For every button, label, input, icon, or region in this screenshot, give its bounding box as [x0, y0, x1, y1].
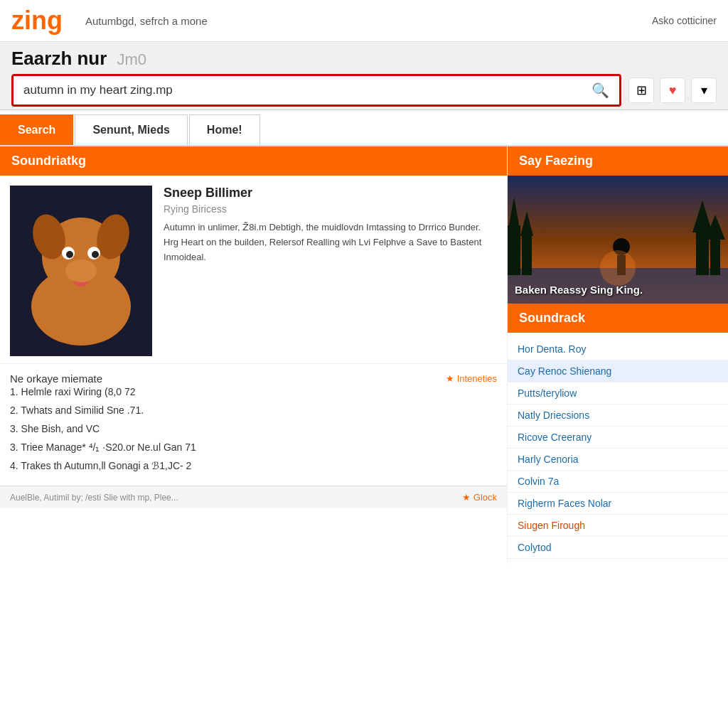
card-subtitle: Rying Biricess [164, 203, 497, 215]
header: zing Autumbgd, sefrch a mone Asko cottic… [0, 0, 728, 42]
results-label: Ne orkaye miemate [10, 373, 102, 385]
tabs-bar: Search Senunt, Mieds Home! [0, 114, 728, 146]
result-item-4: 3. Triee Manage* ⁴/₁ ·S20.or Ne.ul Gan 7… [10, 440, 497, 455]
result-item-1: 1. Helmle raxi Wiring (8,0 72 [10, 385, 497, 400]
svg-point-8 [92, 251, 99, 258]
soundtrack-item-6[interactable]: Colvin 7a [508, 471, 728, 493]
soundtrack-item-2[interactable]: Putts/teryliow [508, 382, 728, 405]
search-box[interactable]: 🔍 [11, 74, 621, 107]
inteneties-label: ★ Inteneties [446, 373, 497, 384]
soundtrack-item-1[interactable]: Cay Renoc Shienang [508, 360, 728, 382]
star-icon-2: ★ [462, 492, 471, 503]
bottom-bar: AuelBle, Autimil by; /esti Slie with mp,… [0, 486, 507, 508]
logo[interactable]: zing [11, 6, 63, 36]
say-faezing-image: Baken Reassy Sing King. [508, 176, 728, 304]
main-card: Sneep Billimer Rying Biricess Autumn in … [0, 176, 507, 364]
soundtrack-item-4[interactable]: Ricove Creerany [508, 427, 728, 449]
results-header-row: Ne orkaye miemate ★ Inteneties [10, 373, 497, 385]
card-title: Sneep Billimer [164, 186, 497, 200]
results-section: Ne orkaye miemate ★ Inteneties 1. Helmle… [0, 364, 507, 486]
search-area: Eaarzh nur Jm0 🔍 ⊞ ♥ ▾ [0, 42, 728, 110]
say-faezing-header: Say Faezing [508, 146, 728, 176]
star-icon: ★ [446, 373, 454, 384]
left-section-header: Soundriatkg [0, 146, 507, 176]
main-content: Soundriatkg [0, 146, 728, 564]
bottom-bar-text: AuelBle, Autimil by; /esti Slie with mp,… [10, 493, 178, 503]
grid-icon[interactable]: ⊞ [628, 77, 654, 103]
card-desc: Autumn in unlimer, Z̃8i.m Debtigh, the m… [164, 220, 497, 264]
card-image [10, 186, 152, 356]
result-item-2: 2. Twhats and Similid Sne .71. [10, 403, 497, 418]
svg-point-7 [66, 251, 73, 258]
soundtrack-item-9[interactable]: Colytod [508, 537, 728, 559]
tab-senunt[interactable]: Senunt, Mieds [75, 114, 187, 145]
soundtrack-header: Soundrack [508, 304, 728, 333]
soundtrack-item-7[interactable]: Righerm Faces Nolar [508, 493, 728, 515]
svg-point-24 [600, 250, 636, 286]
svg-rect-20 [710, 236, 720, 275]
heart-icon[interactable]: ♥ [660, 77, 685, 103]
search-label-sub: Jm0 [117, 50, 146, 69]
right-column: Say Faezing [508, 146, 728, 564]
soundtrack-item-5[interactable]: Harly Cenoria [508, 449, 728, 471]
result-item-3: 3. She Bish, and VC [10, 422, 497, 437]
soundtrack-item-8[interactable]: Siugen Firough [508, 515, 728, 537]
logo-area: zing Autumbgd, sefrch a mone [11, 6, 208, 36]
search-input[interactable] [14, 76, 582, 105]
search-button[interactable]: 🔍 [582, 76, 619, 105]
header-icons: ⊞ ♥ ▾ [628, 77, 717, 103]
glock-button[interactable]: ★ Glock [462, 492, 497, 503]
svg-point-11 [65, 259, 97, 282]
say-faezing-caption: Baken Reassy Sing King. [515, 284, 643, 296]
tab-home[interactable]: Home! [189, 114, 260, 145]
soundtrack-list: Hor Denta. RoyCay Renoc ShienangPutts/te… [508, 333, 728, 564]
search-label-main: Eaarzh nur [11, 48, 107, 70]
soundtrack-item-0[interactable]: Hor Denta. Roy [508, 338, 728, 360]
result-item-5: 4. Trakes th Autumn,ll Gonagi a ℬ1,JC- 2 [10, 459, 497, 473]
svg-rect-14 [508, 225, 520, 275]
tab-search[interactable]: Search [0, 114, 73, 145]
header-right-text: Asko cotticiner [652, 15, 717, 26]
card-info: Sneep Billimer Rying Biricess Autumn in … [164, 186, 497, 356]
more-icon[interactable]: ▾ [691, 77, 717, 103]
svg-rect-16 [522, 232, 532, 275]
header-tagline: Autumbgd, sefrch a mone [85, 15, 208, 27]
left-column: Soundriatkg [0, 146, 508, 564]
soundtrack-item-3[interactable]: Natly Driecsions [508, 405, 728, 427]
